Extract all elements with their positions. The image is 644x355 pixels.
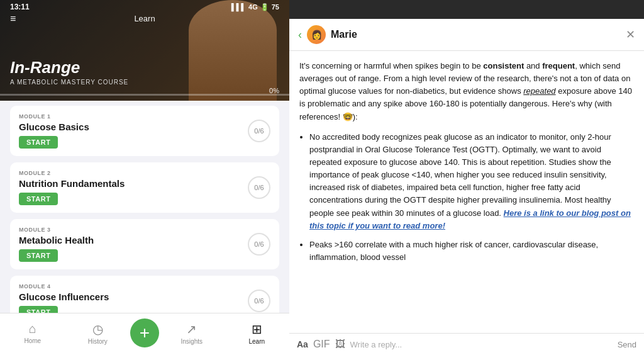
battery-level: 75 xyxy=(272,3,279,11)
insights-icon: ↗ xyxy=(186,322,197,337)
blog-link[interactable]: Here is a link to our blog post on this … xyxy=(309,208,631,230)
module-progress-4: 0/6 xyxy=(248,290,270,312)
status-time: 13:11 xyxy=(10,3,30,11)
hero-nav-title: Learn xyxy=(134,14,155,23)
start-button-2[interactable]: START xyxy=(19,193,58,205)
module-card-1: MODULE 1 Glucose Basics START 0/6 xyxy=(10,106,279,156)
module-progress-2: 0/6 xyxy=(248,176,270,199)
chat-header-dark xyxy=(289,0,644,19)
chat-contact-name: Marie xyxy=(331,29,621,40)
bullet-item-1: No accredited body recognizes peak gluco… xyxy=(309,131,634,232)
add-button[interactable]: + xyxy=(130,318,159,347)
status-icons: ▌▌▌ 4G 🔋 75 xyxy=(231,3,279,11)
nav-item-learn[interactable]: ⊞ Learn xyxy=(225,322,290,345)
bullet-list: No accredited body recognizes peak gluco… xyxy=(309,131,634,264)
learn-icon: ⊞ xyxy=(252,322,262,337)
chat-header: ‹ 👩 Marie ✕ xyxy=(289,19,644,51)
gif-icon[interactable]: GIF xyxy=(313,339,330,350)
phone-panel: 13:11 ▌▌▌ 4G 🔋 75 ≡ Learn In-Range A MET… xyxy=(0,0,289,355)
hero-subtitle: A METABOLIC MASTERY COURSE xyxy=(10,79,128,86)
module-card-3: MODULE 3 Metabolic Health START 0/6 xyxy=(10,219,279,269)
modules-list: MODULE 1 Glucose Basics START 0/6 MODULE… xyxy=(0,101,289,313)
module-progress-1: 0/6 xyxy=(248,120,270,142)
hero-nav: ≡ Learn xyxy=(0,14,289,23)
network-type: 4G xyxy=(248,3,258,11)
start-button-4[interactable]: START xyxy=(19,306,58,313)
hamburger-icon[interactable]: ≡ xyxy=(10,13,16,25)
nav-item-home[interactable]: ⌂ Home xyxy=(0,322,65,344)
bottom-nav: ⌂ Home ◷ History + ↗ Insights ⊞ Learn xyxy=(0,313,289,355)
module-left-4: MODULE 4 Glucose Influencers START xyxy=(19,283,109,313)
send-button[interactable]: Send xyxy=(618,340,636,349)
nav-item-history[interactable]: ◷ History xyxy=(65,322,131,345)
module-number-1: MODULE 1 xyxy=(19,113,89,120)
avatar: 👩 xyxy=(307,25,326,44)
chat-input-area: Aa GIF 🖼 Write a reply... Send xyxy=(289,333,644,355)
chat-panel: ‹ 👩 Marie ✕ It's concerning or harmful w… xyxy=(289,0,644,355)
back-button[interactable]: ‹ xyxy=(298,28,302,42)
module-number-3: MODULE 3 xyxy=(19,227,94,233)
module-name-2: Nutrition Fundamentals xyxy=(19,178,125,189)
module-name-1: Glucose Basics xyxy=(19,121,89,132)
chat-input[interactable]: Write a reply... xyxy=(350,340,613,349)
module-left-1: MODULE 1 Glucose Basics START xyxy=(19,113,89,149)
module-card-2: MODULE 2 Nutrition Fundamentals START 0/… xyxy=(10,162,279,213)
module-number-2: MODULE 2 xyxy=(19,170,125,176)
module-left-3: MODULE 3 Metabolic Health START xyxy=(19,227,94,262)
history-icon: ◷ xyxy=(92,322,103,337)
aa-icon[interactable]: Aa xyxy=(297,339,308,349)
bullet-item-2: Peaks >160 correlate with a much higher … xyxy=(309,239,634,264)
battery-icon: 🔋 xyxy=(260,3,269,11)
status-bar: 13:11 ▌▌▌ 4G 🔋 75 xyxy=(0,0,289,14)
module-progress-3: 0/6 xyxy=(248,233,270,256)
nav-label-insights: Insights xyxy=(181,338,203,345)
hero-progress-bar xyxy=(0,94,289,96)
module-card-4: MODULE 4 Glucose Influencers START 0/6 xyxy=(10,276,279,313)
hero-section: ≡ Learn In-Range A METABOLIC MASTERY COU… xyxy=(0,0,289,101)
module-name-4: Glucose Influencers xyxy=(19,291,109,302)
hero-progress-label: 0% xyxy=(269,87,279,94)
hero-content: In-Range A METABOLIC MASTERY COURSE xyxy=(10,58,128,86)
module-left-2: MODULE 2 Nutrition Fundamentals START xyxy=(19,170,125,205)
home-icon: ⌂ xyxy=(29,322,36,336)
close-icon[interactable]: ✕ xyxy=(626,28,635,42)
chat-messages[interactable]: It's concerning or harmful when spikes b… xyxy=(289,51,644,333)
start-button-3[interactable]: START xyxy=(19,249,58,262)
nav-label-history: History xyxy=(88,338,108,345)
signal-icon: ▌▌▌ xyxy=(231,3,246,11)
image-icon[interactable]: 🖼 xyxy=(335,339,345,350)
nav-label-home: Home xyxy=(24,337,41,344)
chat-intro-text: It's concerning or harmful when spikes b… xyxy=(299,60,634,123)
module-name-3: Metabolic Health xyxy=(19,235,94,245)
hero-main-title: In-Range xyxy=(10,58,128,77)
start-button-1[interactable]: START xyxy=(19,136,58,149)
nav-item-insights[interactable]: ↗ Insights xyxy=(159,322,225,345)
module-number-4: MODULE 4 xyxy=(19,283,109,290)
nav-label-learn: Learn xyxy=(248,338,265,345)
